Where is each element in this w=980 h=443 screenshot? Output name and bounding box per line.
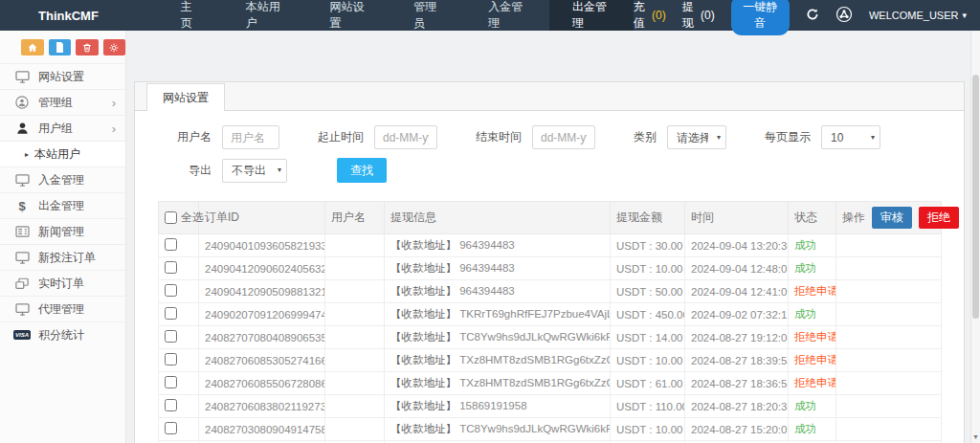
sidebar-item-news-mgmt[interactable]: 新闻管理 <box>0 218 125 244</box>
withdraw-info-cell: 【收款地址】 964394483 <box>385 234 611 257</box>
amount-cell: USDT : 450.00 <box>611 303 685 326</box>
table-row: 240904120906024056321 【收款地址】 964394483 U… <box>159 257 942 280</box>
search-button[interactable]: 查找 <box>337 158 387 183</box>
scrollbar-down-arrow[interactable]: ▼ <box>971 433 980 440</box>
payment-address-label: 【收款地址】 <box>390 239 457 251</box>
end-date-input[interactable] <box>532 125 595 149</box>
withdraw-info-cell: 【收款地址】 TC8Yw9hs9dJLkQwRGWki6kFj9sxpJz3wf… <box>385 326 611 349</box>
row-checkbox[interactable] <box>165 399 177 411</box>
row-checkbox[interactable] <box>165 422 177 434</box>
status-cell: 拒绝申请 <box>789 372 836 395</box>
nav-item-site-users[interactable]: 本站用户 <box>223 0 307 31</box>
time-cell: 2024-09-04 12:41:05 <box>685 280 789 303</box>
status-cell: 拒绝申请 <box>789 280 836 303</box>
withdraw-counter[interactable]: 提现 (0) <box>682 0 715 32</box>
row-checkbox[interactable] <box>165 376 177 388</box>
network-globe-button[interactable] <box>835 6 853 26</box>
tab-site-settings[interactable]: 网站设置 <box>146 83 225 111</box>
action-cell <box>836 326 942 349</box>
sidebar-item-realtime-orders[interactable]: 实时订单 <box>0 270 125 296</box>
export-label: 导出 <box>158 163 212 179</box>
row-checkbox[interactable] <box>165 261 177 274</box>
audit-button[interactable]: 审核 <box>872 207 912 229</box>
order-id-cell: 240827060838021192737 <box>199 395 325 418</box>
sidebar-item-points-stats[interactable]: VISA 积分统计 <box>0 321 125 347</box>
table-body: 240904010936058219336 【收款地址】 964394483 U… <box>159 234 942 443</box>
action-cell <box>836 257 942 280</box>
nav-item-deposit-mgmt[interactable]: 入金管理 <box>465 0 549 31</box>
time-cell: 2024-09-02 07:32:12 <box>685 303 789 326</box>
nav-item-home[interactable]: 主页 <box>158 0 223 31</box>
payment-address-value: 964394483 <box>459 239 515 251</box>
row-checkbox[interactable] <box>165 284 177 297</box>
payment-address-value: 964394483 <box>459 262 515 274</box>
payment-address-label: 【收款地址】 <box>390 377 457 388</box>
refresh-button[interactable] <box>806 8 819 24</box>
visa-icon: VISA <box>14 330 30 340</box>
status-cell: 拒绝申请 <box>789 349 836 372</box>
row-select-cell <box>159 280 199 303</box>
sidebar-item-new-bet-orders[interactable]: 新投注订单 <box>0 244 125 270</box>
sidebar-item-admin-group[interactable]: 管理组 › <box>0 89 125 115</box>
nav-item-admins[interactable]: 管理员 <box>390 0 465 31</box>
mute-all-button[interactable]: 一键静音 <box>731 0 790 35</box>
status-cell: 成功 <box>789 234 836 257</box>
file-icon[interactable] <box>49 39 72 55</box>
user-dropdown[interactable]: WELCOME_USER ▾ <box>869 10 967 21</box>
amount-cell: USDT : 10.00 <box>611 257 685 280</box>
sidebar-item-site-settings[interactable]: 网站设置 <box>0 63 125 89</box>
payment-address-label: 【收款地址】 <box>390 262 457 274</box>
sidebar-item-deposit-mgmt[interactable]: 入金管理 <box>0 166 125 192</box>
time-cell: 2024-08-27 18:39:53 <box>685 349 789 372</box>
reject-button[interactable]: 拒绝 <box>919 207 959 229</box>
category-select[interactable]: 请选择 <box>667 125 726 149</box>
status-cell: 成功 <box>789 418 836 441</box>
start-date-input[interactable] <box>374 125 437 149</box>
content-card: 网站设置 用户名 起止时间 结束时间 类别 请 <box>134 81 965 443</box>
payment-address-value: 15869191958 <box>459 400 526 411</box>
username-cell <box>325 280 385 303</box>
nav-item-withdraw-mgmt[interactable]: 出金管理 <box>549 0 634 31</box>
username-cell <box>325 372 385 395</box>
scrollbar-thumb[interactable] <box>972 75 979 319</box>
payment-address-label: 【收款地址】 <box>390 285 457 297</box>
vertical-scrollbar[interactable]: ▼ <box>970 31 980 443</box>
row-checkbox[interactable] <box>165 238 177 251</box>
table-row: 240904010936058219336 【收款地址】 964394483 U… <box>159 234 942 257</box>
sidebar-item-agent-mgmt[interactable]: 代理管理 <box>0 296 125 321</box>
trash-icon[interactable] <box>76 39 99 55</box>
withdraw-label: 提现 <box>682 0 696 32</box>
recharge-counter[interactable]: 充值 (0) <box>634 0 666 32</box>
sidebar-item-withdraw-mgmt[interactable]: $ 出金管理 <box>0 192 125 218</box>
row-checkbox[interactable] <box>165 307 177 320</box>
amount-cell: USDT : 61.00 <box>611 372 685 395</box>
home-icon[interactable] <box>21 39 44 55</box>
status-cell: 成功 <box>789 395 836 418</box>
time-cell: 2024-08-27 19:12:04 <box>685 326 789 349</box>
top-navbar: ThinkCMF 主页 本站用户 网站设置 管理员 入金管理 出金管理 充值 (… <box>0 0 980 31</box>
nav-item-site-settings[interactable]: 网站设置 <box>307 0 391 31</box>
action-cell <box>836 234 942 257</box>
row-checkbox[interactable] <box>165 353 177 365</box>
table-row: 240904120905098813217 【收款地址】 964394483 U… <box>159 280 942 303</box>
action-cell <box>836 372 942 395</box>
username-input[interactable] <box>222 125 279 149</box>
main-area: 网站设置 用户名 起止时间 结束时间 类别 请 <box>126 31 980 443</box>
time-cell: 2024-08-27 18:36:55 <box>685 372 789 395</box>
tab-bar: 网站设置 <box>135 82 964 111</box>
amount-cell: USDT : 110.00 <box>611 395 685 418</box>
username-cell <box>325 326 385 349</box>
sidebar-subitem-site-users[interactable]: ▸ 本站用户 <box>0 141 125 166</box>
table-row: 240827060853052741660 【收款地址】 TXz8HMT8zdS… <box>159 349 942 372</box>
per-page-select[interactable]: 10 <box>821 125 880 149</box>
gear-icon[interactable] <box>103 39 126 55</box>
select-all-checkbox[interactable] <box>165 211 177 224</box>
payment-address-label: 【收款地址】 <box>390 423 457 434</box>
payment-address-label: 【收款地址】 <box>390 331 457 343</box>
time-cell: 2024-09-04 12:48:07 <box>685 257 789 280</box>
export-select[interactable]: 不导出 <box>222 159 287 183</box>
sidebar-item-user-group[interactable]: 用户组 › <box>0 115 125 141</box>
row-select-cell <box>159 257 199 280</box>
row-checkbox[interactable] <box>165 330 177 343</box>
payment-address-value: TXz8HMT8zdSMB1RGg6txZzQYeTubDqVLXp <box>459 354 610 365</box>
